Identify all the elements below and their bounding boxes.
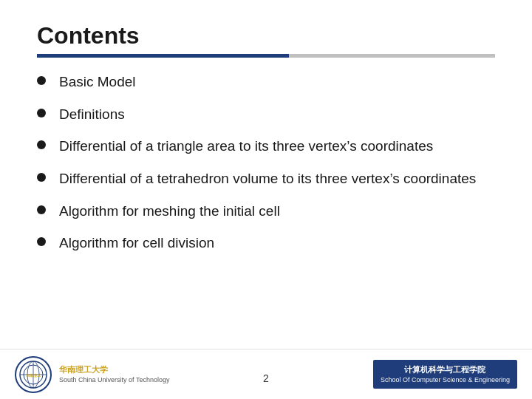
university-name-cn: 华南理工大学: [59, 364, 169, 375]
item-text: Basic Model: [59, 72, 495, 92]
title-bar-gray: [289, 54, 495, 58]
item-text: Algorithm for meshing the initial cell: [59, 202, 495, 221]
item-text: Definitions: [59, 105, 495, 124]
page-title: Contents: [37, 22, 495, 50]
footer-logo-right: 计算机科学与工程学院 School Of Computer Science & …: [373, 360, 517, 389]
content-list: Basic Model Definitions Differential of …: [37, 72, 495, 253]
university-logo: 华南理工: [15, 356, 52, 393]
title-bar-blue: [37, 54, 289, 58]
item-text: Differential of a triangle area to its t…: [59, 137, 495, 156]
footer-logo-left: 华南理工 华南理工大学 South China University of Te…: [15, 356, 169, 393]
right-logo-cn: 计算机科学与工程学院: [381, 364, 510, 375]
item-text: Differential of a tetrahedron volume to …: [59, 169, 495, 188]
title-bar: [37, 54, 495, 58]
university-name: 华南理工大学 South China University of Technol…: [59, 364, 169, 385]
list-item: Algorithm for meshing the initial cell: [37, 202, 495, 221]
logo-svg: 华南理工: [18, 360, 48, 389]
list-item: Differential of a triangle area to its t…: [37, 137, 495, 156]
list-item: Algorithm for cell division: [37, 233, 495, 253]
bullet-icon: [37, 205, 46, 214]
bullet-icon: [37, 237, 46, 246]
title-section: Contents: [37, 22, 495, 58]
list-item: Differential of a tetrahedron volume to …: [37, 169, 495, 188]
footer: 华南理工 华南理工大学 South China University of Te…: [0, 349, 532, 399]
svg-text:华南理工: 华南理工: [25, 373, 41, 378]
bullet-icon: [37, 76, 46, 85]
right-logo-en: School Of Computer Science & Engineering: [381, 375, 510, 385]
university-name-en: South China University of Technology: [59, 375, 169, 385]
list-item: Definitions: [37, 105, 495, 124]
item-text: Algorithm for cell division: [59, 233, 495, 253]
bullet-icon: [37, 173, 46, 182]
list-item: Basic Model: [37, 72, 495, 92]
bullet-icon: [37, 109, 46, 117]
bullet-icon: [37, 140, 46, 149]
page-number: 2: [263, 372, 269, 384]
slide: Contents Basic Model Definitions Differe…: [0, 0, 532, 399]
